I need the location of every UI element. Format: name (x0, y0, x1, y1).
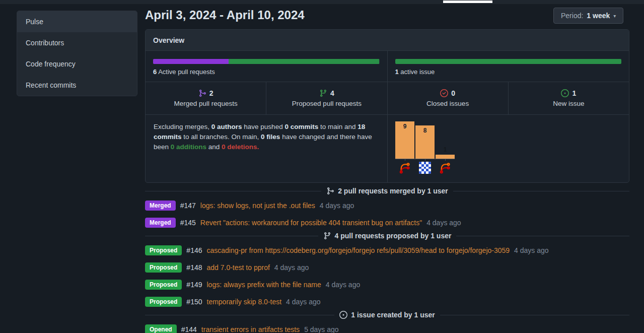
user-identicon-avatar[interactable] (419, 162, 431, 174)
commit-bar (436, 155, 455, 159)
summary-row: Excluding merges, 0 authors have pushed … (146, 115, 629, 183)
issues-progress-bar (395, 59, 622, 64)
forgejo-bot-avatar[interactable] (439, 162, 451, 174)
stat-closed-issues[interactable]: 0Closed issues (388, 82, 509, 114)
progress-segment (395, 59, 622, 64)
section-title: 4 pull requests proposed by 1 user (323, 232, 452, 240)
stat-count: 0 (440, 89, 455, 97)
forgejo-logo-avatar (439, 162, 451, 174)
status-badge[interactable]: Opened (145, 324, 177, 333)
progress-row: 6 Active pull requests 1 active issue (146, 51, 629, 82)
pull-requests-progress-bar (153, 59, 380, 64)
timestamp: 4 days ago (326, 281, 361, 289)
git-merge-icon (326, 187, 334, 195)
stat-label: Proposed pull requests (292, 100, 362, 107)
activity-feed: 2 pull requests merged by 1 userMerged#1… (145, 183, 629, 333)
timestamp: 5 days ago (304, 325, 339, 333)
sidebar-item-code-frequency[interactable]: Code frequency (17, 53, 137, 75)
sidebar-item-recent-commits[interactable]: Recent commits (17, 75, 137, 96)
timestamp: 4 days ago (426, 219, 461, 227)
issue-number: #146 (186, 246, 202, 254)
stat-proposed-pull-requests[interactable]: 4Proposed pull requests (266, 82, 387, 114)
commit-bar-value: 8 (415, 127, 435, 134)
page-title: April 3, 2024 - April 10, 2024 (145, 8, 305, 22)
activity-item-145: Merged#145Revert "actions: workaround fo… (145, 217, 629, 228)
period-dropdown-button[interactable]: Period: 1 week ▾ (553, 8, 623, 24)
status-badge[interactable]: Proposed (145, 245, 182, 255)
issues-progress-cell: 1 active issue (388, 51, 629, 82)
status-badge[interactable]: Proposed (145, 280, 182, 290)
active-tab-indicator (443, 1, 492, 3)
issue-title-link[interactable]: cascading-pr from https://codeberg.org/f… (207, 246, 510, 254)
chart-baseline (395, 159, 455, 159)
overview-panel: Overview 6 Active pull requests 1 active… (145, 29, 629, 183)
activity-item-147: Merged#147logs: show logs, not just the … (145, 200, 629, 211)
status-badge[interactable]: Proposed (145, 262, 182, 273)
git-branch-icon (323, 232, 331, 240)
status-badge[interactable]: Proposed (145, 297, 182, 307)
period-value: 1 week (587, 12, 610, 20)
issue-title-link[interactable]: transient errors in artifacts tests (201, 325, 300, 333)
active-pull-requests-label: 6 Active pull requests (153, 68, 380, 76)
timestamp: 4 days ago (274, 263, 309, 272)
status-badge[interactable]: Merged (145, 218, 176, 228)
timestamp: 4 days ago (514, 246, 549, 254)
stat-label: Closed issues (426, 100, 469, 107)
section-header: 1 issue created by 1 user (145, 310, 629, 320)
git-merge-icon (198, 89, 206, 97)
status-badge[interactable]: Merged (145, 201, 176, 211)
issue-number: #148 (186, 263, 202, 272)
issue-closed-icon (440, 89, 448, 97)
divider-line (453, 191, 629, 191)
issue-number: #145 (180, 219, 196, 227)
stat-count: 4 (319, 89, 334, 97)
issue-title-link[interactable]: add 7.0-test to pprof (207, 263, 270, 272)
activity-item-146: Proposed#146cascading-pr from https://co… (145, 245, 629, 256)
overview-panel-title: Overview (146, 30, 629, 51)
issue-opened-icon (561, 89, 569, 97)
divider-line (145, 315, 334, 315)
stat-label: Merged pull requests (174, 100, 238, 107)
git-branch-icon (319, 89, 327, 97)
divider-line (456, 236, 629, 236)
chevron-down-icon: ▾ (613, 13, 616, 19)
issue-title-link[interactable]: Revert "actions: workaround for possible… (200, 219, 422, 227)
activity-item-150: Proposed#150temporarily skip 8.0-test4 d… (145, 296, 629, 307)
stat-count: 2 (198, 89, 213, 97)
sidebar-item-pulse[interactable]: Pulse (17, 11, 137, 32)
section-title: 2 pull requests merged by 1 user (326, 187, 448, 195)
stat-merged-pull-requests[interactable]: 2Merged pull requests (146, 82, 266, 114)
activity-item-148: Proposed#148add 7.0-test to pprof4 days … (145, 262, 629, 273)
issue-opened-icon (339, 311, 347, 319)
stats-row: 2Merged pull requests4Proposed pull requ… (146, 82, 629, 115)
timestamp: 4 days ago (286, 298, 321, 306)
commit-activity-bar-chart: 981 (388, 115, 629, 183)
section-header: 2 pull requests merged by 1 user (145, 186, 629, 196)
issue-number: #149 (186, 281, 202, 289)
pulse-sidebar-menu: PulseContributorsCode frequencyRecent co… (17, 11, 137, 96)
issue-number: #150 (186, 298, 202, 306)
sidebar-item-contributors[interactable]: Contributors (17, 32, 137, 53)
divider-line (145, 191, 321, 191)
divider-line (440, 315, 629, 315)
divider-line (145, 236, 318, 236)
forgejo-bot-avatar[interactable] (399, 162, 411, 174)
identicon-avatar (419, 162, 431, 174)
issue-title-link[interactable]: logs: always prefix with the file name (207, 281, 321, 289)
issue-number: #144 (181, 325, 197, 333)
stat-new-issue[interactable]: 1New issue (509, 82, 629, 114)
timestamp: 4 days ago (320, 202, 354, 210)
issue-title-link[interactable]: logs: show logs, not just the .out files (200, 202, 315, 210)
section-title: 1 issue created by 1 user (339, 311, 435, 319)
active-issue-label: 1 active issue (395, 68, 622, 76)
section-header: 4 pull requests proposed by 1 user (145, 231, 629, 241)
stat-label: New issue (553, 100, 584, 107)
activity-item-149: Proposed#149logs: always prefix with the… (145, 279, 629, 290)
issue-title-link[interactable]: temporarily skip 8.0-test (207, 298, 282, 306)
period-label: Period: (561, 12, 583, 20)
top-navbar-edge (0, 0, 644, 4)
issue-number: #147 (180, 202, 196, 210)
progress-segment (153, 59, 229, 64)
stat-count: 1 (561, 89, 576, 97)
progress-segment (229, 59, 380, 64)
